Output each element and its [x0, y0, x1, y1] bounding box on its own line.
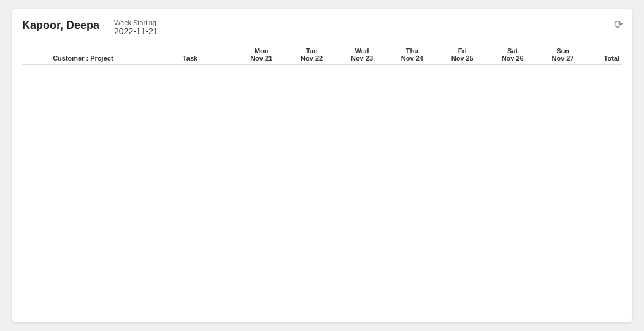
main-container: Kapoor, Deepa Week Starting 2022-11-21 ⟳… — [12, 9, 632, 322]
col-header-sat: SatNov 26 — [488, 45, 538, 65]
week-info: Week Starting 2022-11-21 — [114, 19, 158, 36]
employee-name: Kapoor, Deepa — [22, 19, 99, 32]
col-header-tue: TueNov 22 — [286, 45, 337, 65]
col-header-mon: MonNov 21 — [236, 45, 286, 65]
timesheet-table: Customer : Project Task MonNov 21 TueNov… — [22, 45, 622, 65]
col-header-total: Total — [588, 45, 623, 65]
col-header-task: Task — [144, 45, 237, 65]
col-header-customer: Customer : Project — [22, 45, 144, 65]
header: Kapoor, Deepa Week Starting 2022-11-21 — [22, 19, 622, 36]
history-icon[interactable]: ⟳ — [614, 18, 623, 31]
col-header-wed: WedNov 23 — [337, 45, 387, 65]
week-starting-label: Week Starting — [114, 19, 158, 26]
col-header-thu: ThuNov 24 — [387, 45, 437, 65]
col-header-fri: FriNov 25 — [437, 45, 488, 65]
col-header-sun: SunNov 27 — [538, 45, 588, 65]
week-date: 2022-11-21 — [114, 26, 158, 36]
